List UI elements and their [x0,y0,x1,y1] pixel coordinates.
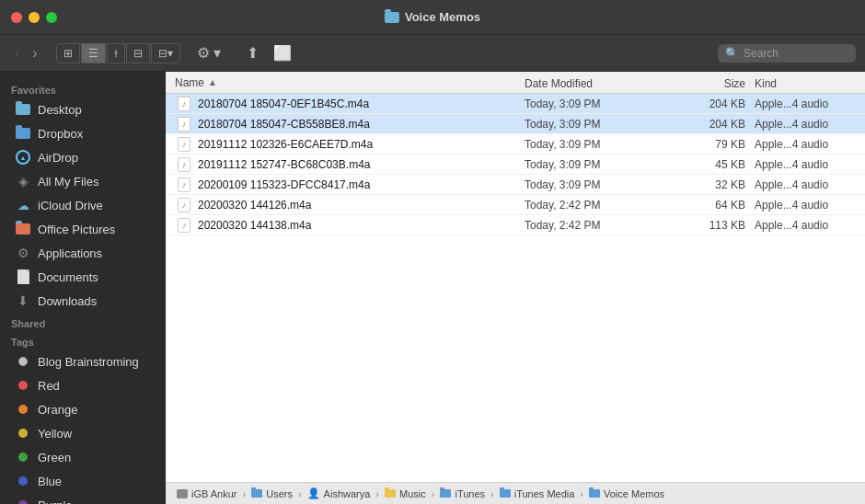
breadcrumb-item[interactable]: Voice Memos [589,488,664,499]
tag-blue-label: Blue [38,475,62,488]
column-header-modified[interactable]: Date Modified [525,74,672,91]
sidebar-label-apps: Applications [38,246,102,260]
maximize-button[interactable] [46,12,57,23]
file-kind: Apple...4 audio [745,158,856,171]
file-size: 204 KB [672,118,745,131]
table-row[interactable]: 20200109 115323-DFCC8417.m4a Today, 3:09… [166,175,865,195]
sidebar-item-tag-green[interactable]: Green [4,445,161,469]
file-name: 20191112 102326-E6CAEE7D.m4a [198,138,525,151]
table-row[interactable]: 20200320 144126.m4a Today, 2:42 PM 64 KB… [166,195,865,215]
search-input[interactable] [744,47,848,60]
breadcrumb-item[interactable]: iTunes [440,488,485,499]
sidebar-item-apps[interactable]: ⚙ Applications [4,241,161,265]
file-name: 20180704 185047-0EF1B45C.m4a [198,97,525,110]
gear-button[interactable]: ⚙ ▾ [191,41,226,64]
breadcrumb-separator: › [432,488,435,499]
breadcrumb-separator: › [490,488,494,499]
file-modified: Today, 2:42 PM [525,199,672,212]
sidebar-item-docs[interactable]: Documents [4,265,161,289]
section-label-tags: Tags [0,331,165,349]
file-name: 20200320 144126.m4a [198,199,525,212]
action-buttons: ⚙ ▾ [191,41,226,64]
search-icon: 🔍 [725,47,739,60]
breadcrumb-separator: › [243,488,247,499]
nav-buttons: ‹ › [9,43,43,63]
view-list-button[interactable]: ☰ [81,43,106,63]
icloud-icon: ☁ [15,197,31,213]
share-button[interactable]: ⬆ [241,41,264,64]
breadcrumb-separator: › [580,488,583,499]
tag-orange-label: Orange [38,403,77,417]
sidebar-item-dropbox[interactable]: Dropbox [4,121,161,145]
sidebar-item-tag-blog[interactable]: Blog Brainstroming [4,349,161,373]
file-name: 20200320 144138.m4a [198,219,525,232]
office-icon [15,221,31,237]
table-row[interactable]: 20191112 102326-E6CAEE7D.m4a Today, 3:09… [166,134,865,155]
breadcrumb-item[interactable]: Music [385,488,426,499]
view-columns-button[interactable]: ⫳ [107,43,125,63]
sidebar-item-downloads[interactable]: ⬇ Downloads [4,289,161,313]
folder-blue-icon [500,489,511,498]
sidebar-label-office: Office Pictures [38,223,115,236]
view-icon-button[interactable]: ⊞ [56,43,80,63]
desktop-icon [15,101,31,118]
forward-button[interactable]: › [27,43,42,63]
column-header-name[interactable]: Name ▲ [175,76,525,89]
tag-blog-label: Blog Brainstroming [38,355,139,369]
file-size: 32 KB [672,178,745,191]
column-header-size[interactable]: Size [672,74,745,91]
folder-blue-icon [251,489,262,498]
audio-icon [178,198,190,212]
tag-purple-label: Purple [38,498,73,505]
search-bar[interactable]: 🔍 [718,44,856,63]
sidebar: Favorites Desktop Dropbox AirDrop ◈ All … [0,72,166,504]
view-arrange-button[interactable]: ⊟▾ [151,43,180,63]
file-modified: Today, 2:42 PM [525,219,672,232]
sidebar-item-office[interactable]: Office Pictures [4,217,161,241]
tag-green-icon [15,449,31,465]
allfiles-icon: ◈ [15,173,31,189]
breadcrumb-label: iTunes Media [514,488,575,499]
sidebar-item-tag-yellow[interactable]: Yellow [4,421,161,445]
table-row[interactable]: 20191112 152747-BC68C03B.m4a Today, 3:09… [166,155,865,175]
breadcrumb-separator: › [375,488,379,499]
breadcrumb-item[interactable]: Users [251,488,293,499]
column-header-kind[interactable]: Kind [745,74,856,91]
dropbox-icon [15,125,31,142]
sidebar-item-tag-orange[interactable]: Orange [4,397,161,421]
file-kind: Apple...4 audio [745,178,856,191]
view-coverflow-button[interactable]: ⊟ [126,43,150,63]
breadcrumb-item[interactable]: iTunes Media [500,488,575,499]
minimize-button[interactable] [29,12,40,23]
expand-button[interactable]: ⬜ [268,41,297,64]
breadcrumb-item[interactable]: 👤Aishwarya [307,487,371,499]
sidebar-item-icloud[interactable]: ☁ iCloud Drive [4,193,161,217]
sidebar-item-allfiles[interactable]: ◈ All My Files [4,169,161,193]
file-size: 45 KB [672,158,745,171]
table-row[interactable]: 20180704 185047-CB558BE8.m4a Today, 3:09… [166,114,865,134]
window-title: Voice Memos [405,10,480,24]
sidebar-item-tag-red[interactable]: Red [4,373,161,397]
sidebar-item-airdrop[interactable]: AirDrop [4,145,161,169]
window-title-area: Voice Memos [385,10,480,24]
main-area: Favorites Desktop Dropbox AirDrop ◈ All … [0,72,865,504]
audio-icon [178,97,190,111]
table-row[interactable]: 20200320 144138.m4a Today, 2:42 PM 113 K… [166,215,865,235]
sidebar-item-tag-purple[interactable]: Purple [4,493,161,504]
sidebar-item-tag-blue[interactable]: Blue [4,469,161,493]
file-icon [175,198,193,212]
breadcrumb-label: Aishwarya [324,488,371,499]
table-row[interactable]: 20180704 185047-0EF1B45C.m4a Today, 3:09… [166,94,865,114]
sidebar-item-desktop[interactable]: Desktop [4,97,161,121]
file-modified: Today, 3:09 PM [525,138,672,151]
breadcrumb-item[interactable]: iGB Ankur [177,488,237,499]
sidebar-label-allfiles: All My Files [38,175,98,189]
status-bar: iGB Ankur›Users›👤Aishwarya›Music›iTunes›… [166,482,865,504]
section-label-shared: Shared [0,313,165,331]
tag-yellow-icon [15,425,31,441]
close-button[interactable] [11,12,22,23]
sidebar-label-docs: Documents [38,270,98,284]
docs-icon [15,269,31,285]
back-button[interactable]: ‹ [9,43,25,63]
file-size: 79 KB [672,138,745,151]
